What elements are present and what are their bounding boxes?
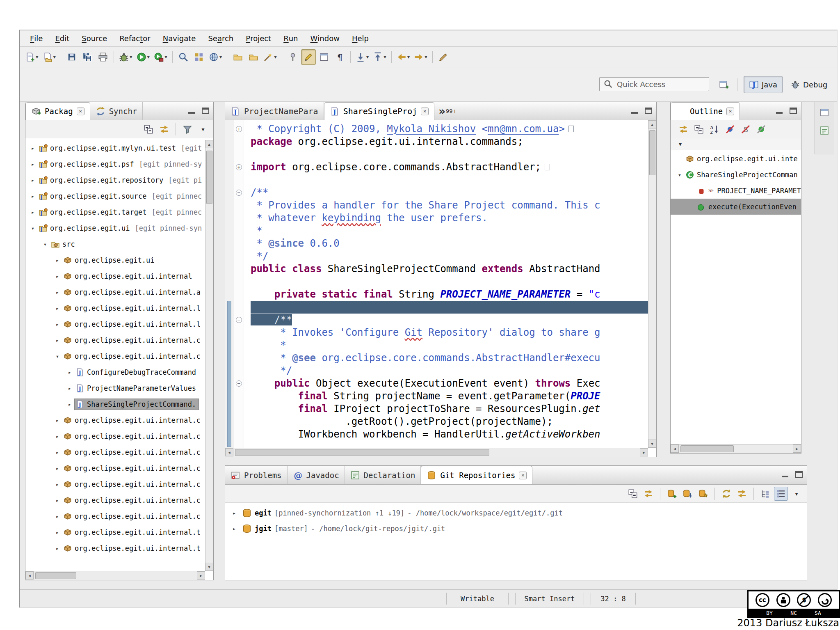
collapsed-region-icon[interactable] xyxy=(568,126,574,132)
menu-navigate[interactable]: Navigate xyxy=(157,30,202,46)
fold-collapse-icon[interactable]: − xyxy=(236,317,242,323)
filters-button[interactable] xyxy=(180,122,194,136)
dropdown-arrow-icon[interactable]: ▾ xyxy=(53,54,56,60)
expand-arrow-icon[interactable]: ▸ xyxy=(52,465,62,472)
fold-expand-icon[interactable]: + xyxy=(236,126,242,132)
scroll-left-icon[interactable]: ◂ xyxy=(25,571,34,580)
repository-row[interactable]: ▸jgit[master]- /home/lock/git-repos/jgit… xyxy=(225,521,807,536)
tree-row[interactable]: ▸org.eclipse.egit.ui.internal.c xyxy=(25,412,205,428)
show-annotations-button[interactable] xyxy=(317,49,331,65)
scrollbar-thumb[interactable] xyxy=(680,445,734,452)
minimized-view-button[interactable] xyxy=(817,124,831,137)
tree-row[interactable]: ▸org.eclipse.egit.ui.internal.c xyxy=(25,332,205,348)
expand-arrow-icon[interactable]: ▸ xyxy=(65,369,75,376)
dropdown-arrow-icon[interactable]: ▾ xyxy=(219,54,222,60)
code-line[interactable] xyxy=(251,275,648,288)
maximize-button[interactable] xyxy=(644,107,653,115)
code-line[interactable]: */ xyxy=(251,250,648,263)
back-button[interactable]: ▾ xyxy=(395,49,412,65)
close-icon[interactable]: × xyxy=(421,108,429,115)
scroll-right-icon[interactable]: ▸ xyxy=(640,448,648,456)
show-selected-element-button[interactable] xyxy=(285,49,300,65)
collapse-arrow-icon[interactable]: ▾ xyxy=(40,241,50,247)
code-line[interactable]: public Object execute(ExecutionEvent eve… xyxy=(251,377,648,390)
hide-fields-button[interactable] xyxy=(723,122,737,136)
open-perspective-button[interactable] xyxy=(717,78,731,92)
scroll-left-icon[interactable]: ◂ xyxy=(671,444,679,453)
expand-arrow-icon[interactable]: ▸ xyxy=(229,525,239,532)
tree-row[interactable]: ▸Jorg.eclipse.egit.psf[egit pinned-sy xyxy=(25,156,205,172)
hidden-editors-button[interactable]: »99+ xyxy=(434,102,461,120)
tree-row[interactable]: ▸org.eclipse.egit.ui.internal.l xyxy=(25,316,205,332)
menu-source[interactable]: Source xyxy=(75,30,113,46)
vertical-scrollbar[interactable]: ▴ ▾ xyxy=(205,140,213,571)
menu-search[interactable]: Search xyxy=(202,30,240,46)
code-line[interactable] xyxy=(251,301,648,314)
tree-row[interactable]: ▾org.eclipse.egit.ui.internal.c xyxy=(25,348,205,364)
menu-run[interactable]: Run xyxy=(277,30,304,46)
tree-row[interactable]: ▸org.eclipse.egit.ui xyxy=(25,252,205,268)
code-text[interactable]: * Copyright (C) 2009, Mykola Nikishov <m… xyxy=(244,123,648,441)
scrollbar-thumb[interactable] xyxy=(35,572,76,579)
code-line[interactable]: IWorkbench workbench = HandlerUtil.getAc… xyxy=(251,428,648,441)
horizontal-scrollbar[interactable]: ◂ ▸ xyxy=(25,571,205,580)
code-line[interactable]: /** xyxy=(251,186,648,199)
collapse-all-button[interactable] xyxy=(626,487,640,501)
scroll-right-icon[interactable]: ▸ xyxy=(793,444,801,453)
view-tab-outline[interactable]: Outline× xyxy=(671,102,740,120)
next-annotation-button[interactable]: ▾ xyxy=(354,49,371,65)
scroll-down-icon[interactable]: ▾ xyxy=(648,440,656,448)
print-button[interactable] xyxy=(96,49,110,65)
run-button[interactable]: ▾ xyxy=(135,49,152,65)
hierarchy-layout-button[interactable] xyxy=(758,487,772,501)
code-line[interactable]: final String projectName = event.getPara… xyxy=(251,390,648,403)
forward-button[interactable]: ▾ xyxy=(412,49,429,65)
previous-annotation-button[interactable]: ▾ xyxy=(371,49,388,65)
outline-row[interactable]: SFPROJECT_NAME_PARAMETE xyxy=(671,183,801,199)
close-icon[interactable]: × xyxy=(726,108,734,115)
code-line[interactable]: private static final String PROJECT_NAME… xyxy=(251,288,648,301)
tree-row[interactable]: ▸JShareSingleProjectCommand. xyxy=(25,396,205,412)
clone-repository-button[interactable] xyxy=(680,487,694,501)
search-button[interactable] xyxy=(176,49,191,65)
code-line[interactable]: public class ShareSingleProjectCommand e… xyxy=(251,263,648,275)
expand-arrow-icon[interactable]: ▸ xyxy=(52,433,62,440)
expand-arrow-icon[interactable]: ▸ xyxy=(28,209,38,215)
refresh-button[interactable] xyxy=(719,487,733,501)
view-menu-button[interactable]: ▾ xyxy=(790,487,803,501)
dropdown-arrow-icon[interactable]: ▾ xyxy=(366,54,369,60)
expand-arrow-icon[interactable]: ▸ xyxy=(52,529,62,536)
code-line[interactable]: * Invokes 'Configure Git Repository' dia… xyxy=(251,326,648,339)
hide-static-members-button[interactable]: S xyxy=(739,122,753,136)
fold-collapse-icon[interactable]: − xyxy=(236,190,242,196)
tree-row[interactable]: ▾Jorg.eclipse.egit.ui[egit pinned-syn xyxy=(25,220,205,236)
expand-arrow-icon[interactable]: ▸ xyxy=(28,161,38,167)
fetch-button[interactable] xyxy=(735,487,749,501)
flat-layout-button[interactable] xyxy=(774,487,788,501)
open-task-button[interactable]: ▾ xyxy=(262,49,278,65)
code-line[interactable]: import org.eclipse.core.commands.Abstrac… xyxy=(251,161,648,174)
save-button[interactable] xyxy=(64,49,79,65)
code-line[interactable]: /** xyxy=(251,314,648,326)
tree-row[interactable]: ▸org.eclipse.egit.ui.internal.t xyxy=(25,524,205,540)
view-tab-git-repositories[interactable]: Git Repositories× xyxy=(421,466,532,484)
dropdown-arrow-icon[interactable]: ▾ xyxy=(274,54,277,60)
maximize-button[interactable] xyxy=(789,107,798,115)
tree-row[interactable]: ▸JConfigureDebugTraceCommand xyxy=(25,364,205,380)
new-java-element-button[interactable]: ▾ xyxy=(41,49,58,65)
tree-row[interactable]: ▸org.eclipse.egit.ui.internal.l xyxy=(25,300,205,316)
editor-tab-sharesingleproj[interactable]: JShareSingleProj× xyxy=(324,102,435,120)
debug-button[interactable]: ▾ xyxy=(117,49,134,65)
expand-arrow-icon[interactable]: ▸ xyxy=(52,337,62,344)
fold-collapse-icon[interactable]: − xyxy=(236,380,242,387)
type-hierarchy-button[interactable]: ▾ xyxy=(207,49,224,65)
tree-row[interactable]: ▾src xyxy=(25,236,205,252)
expand-arrow-icon[interactable]: ▸ xyxy=(65,401,75,408)
scroll-left-icon[interactable]: ◂ xyxy=(225,448,233,456)
dropdown-arrow-icon[interactable]: ▾ xyxy=(36,54,39,60)
create-repository-button[interactable] xyxy=(696,487,710,501)
hide-non-public-members-button[interactable] xyxy=(754,122,768,136)
tree-row[interactable]: ▸JProjectNameParameterValues xyxy=(25,380,205,396)
tree-row[interactable]: ▸org.eclipse.egit.ui.internal.c xyxy=(25,476,205,492)
code-line[interactable]: * whatever keybinding the user prefers. xyxy=(251,212,648,225)
